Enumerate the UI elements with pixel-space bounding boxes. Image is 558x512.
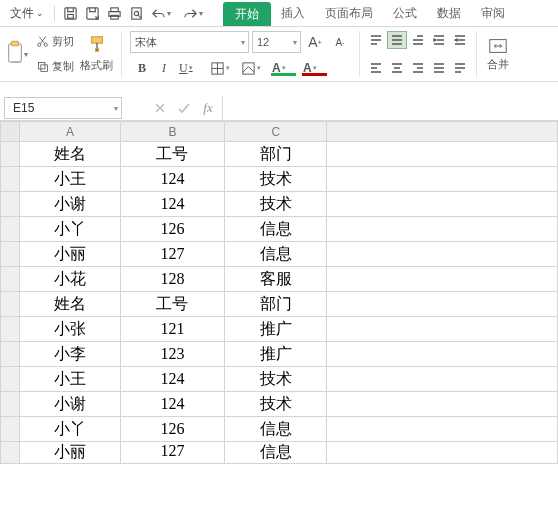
cell[interactable] bbox=[327, 417, 558, 442]
file-menu[interactable]: 文件 ⌄ bbox=[4, 3, 50, 24]
indent-decrease-button[interactable] bbox=[429, 31, 449, 49]
print-icon[interactable] bbox=[103, 2, 125, 24]
vertical-align-bottom-button[interactable] bbox=[408, 31, 428, 49]
cell[interactable] bbox=[327, 242, 558, 267]
cell[interactable]: 工号 bbox=[120, 142, 224, 167]
cell[interactable]: 124 bbox=[120, 192, 224, 217]
cell[interactable]: 小王 bbox=[20, 167, 120, 192]
italic-button[interactable]: I bbox=[154, 59, 174, 77]
row-header[interactable] bbox=[1, 292, 20, 317]
cell[interactable] bbox=[327, 292, 558, 317]
spreadsheet-grid[interactable]: A B C 姓名工号部门 小王124技术 小谢124技术 小丫126信息 小丽1… bbox=[0, 121, 558, 512]
row-header[interactable] bbox=[1, 367, 20, 392]
orientation-button[interactable] bbox=[450, 59, 470, 77]
formula-accept-icon[interactable] bbox=[174, 99, 194, 117]
cell[interactable]: 123 bbox=[120, 342, 224, 367]
cell[interactable]: 客服 bbox=[225, 267, 327, 292]
cell[interactable]: 推广 bbox=[225, 342, 327, 367]
align-justify-button[interactable] bbox=[429, 59, 449, 77]
cell[interactable] bbox=[327, 267, 558, 292]
decrease-font-size-button[interactable]: A- bbox=[329, 31, 351, 53]
cell-style-button[interactable]: ▾ bbox=[238, 59, 267, 77]
cell[interactable]: 部门 bbox=[225, 142, 327, 167]
cell[interactable]: 124 bbox=[120, 367, 224, 392]
cell[interactable]: 姓名 bbox=[20, 142, 120, 167]
cell[interactable]: 128 bbox=[120, 267, 224, 292]
cell[interactable]: 小李 bbox=[20, 342, 120, 367]
row-header[interactable] bbox=[1, 342, 20, 367]
row-header[interactable] bbox=[1, 417, 20, 442]
select-all-corner[interactable] bbox=[1, 122, 20, 142]
cell[interactable]: 信息 bbox=[225, 217, 327, 242]
cell[interactable] bbox=[327, 367, 558, 392]
cell[interactable]: 126 bbox=[120, 217, 224, 242]
column-header-A[interactable]: A bbox=[20, 122, 120, 142]
fill-color-button[interactable]: A ▾ bbox=[269, 59, 298, 77]
cell[interactable]: 技术 bbox=[225, 167, 327, 192]
row-header[interactable] bbox=[1, 217, 20, 242]
cell[interactable] bbox=[327, 442, 558, 464]
tab-start[interactable]: 开始 bbox=[223, 2, 271, 26]
cell[interactable] bbox=[327, 342, 558, 367]
cell[interactable]: 小谢 bbox=[20, 392, 120, 417]
fx-icon[interactable]: fx bbox=[198, 99, 218, 117]
cell[interactable]: 124 bbox=[120, 392, 224, 417]
row-header[interactable] bbox=[1, 167, 20, 192]
bold-button[interactable]: B bbox=[132, 59, 152, 77]
cell[interactable] bbox=[327, 142, 558, 167]
cell[interactable]: 小丫 bbox=[20, 217, 120, 242]
cell[interactable]: 126 bbox=[120, 417, 224, 442]
formula-input[interactable] bbox=[222, 96, 558, 120]
vertical-align-middle-button[interactable] bbox=[387, 31, 407, 49]
tab-page-layout[interactable]: 页面布局 bbox=[315, 0, 383, 26]
merge-cells-button[interactable]: 合并 bbox=[483, 27, 513, 81]
row-header[interactable] bbox=[1, 442, 20, 464]
row-header[interactable] bbox=[1, 142, 20, 167]
row-header[interactable] bbox=[1, 242, 20, 267]
redo-button[interactable]: ▾ bbox=[179, 2, 211, 24]
paste-button[interactable]: ▾ bbox=[2, 27, 32, 81]
formula-cancel-icon[interactable] bbox=[150, 99, 170, 117]
cut-button[interactable]: 剪切 bbox=[32, 32, 78, 51]
cell[interactable] bbox=[327, 217, 558, 242]
underline-button[interactable]: U▾ bbox=[176, 59, 205, 77]
cell[interactable]: 技术 bbox=[225, 392, 327, 417]
cell[interactable]: 121 bbox=[120, 317, 224, 342]
cell[interactable]: 127 bbox=[120, 442, 224, 464]
cell[interactable]: 小王 bbox=[20, 367, 120, 392]
font-size-select[interactable]: 12 ▾ bbox=[252, 31, 301, 53]
save-as-icon[interactable] bbox=[81, 2, 103, 24]
cell[interactable]: 推广 bbox=[225, 317, 327, 342]
cell[interactable] bbox=[327, 317, 558, 342]
cell[interactable]: 小丽 bbox=[20, 242, 120, 267]
vertical-align-top-button[interactable] bbox=[366, 31, 386, 49]
print-preview-icon[interactable] bbox=[125, 2, 147, 24]
cell[interactable] bbox=[327, 392, 558, 417]
name-box[interactable]: E15 ▾ bbox=[4, 97, 122, 119]
cell[interactable]: 信息 bbox=[225, 442, 327, 464]
row-header[interactable] bbox=[1, 267, 20, 292]
column-header-C[interactable]: C bbox=[225, 122, 327, 142]
column-header-blank[interactable] bbox=[327, 122, 558, 142]
tab-review[interactable]: 审阅 bbox=[471, 0, 515, 26]
row-header[interactable] bbox=[1, 392, 20, 417]
row-header[interactable] bbox=[1, 192, 20, 217]
tab-data[interactable]: 数据 bbox=[427, 0, 471, 26]
cell[interactable] bbox=[327, 167, 558, 192]
align-right-button[interactable] bbox=[408, 59, 428, 77]
cell[interactable]: 127 bbox=[120, 242, 224, 267]
font-name-select[interactable]: 宋体 ▾ bbox=[130, 31, 249, 53]
cell[interactable]: 小谢 bbox=[20, 192, 120, 217]
cell[interactable]: 技术 bbox=[225, 367, 327, 392]
cell[interactable]: 小丫 bbox=[20, 417, 120, 442]
cell[interactable]: 部门 bbox=[225, 292, 327, 317]
cell[interactable]: 工号 bbox=[120, 292, 224, 317]
save-icon[interactable] bbox=[59, 2, 81, 24]
cell[interactable]: 124 bbox=[120, 167, 224, 192]
increase-font-size-button[interactable]: A+ bbox=[304, 31, 326, 53]
cell[interactable]: 小张 bbox=[20, 317, 120, 342]
row-header[interactable] bbox=[1, 317, 20, 342]
cell[interactable]: 技术 bbox=[225, 192, 327, 217]
indent-increase-button[interactable] bbox=[450, 31, 470, 49]
cell[interactable]: 小花 bbox=[20, 267, 120, 292]
